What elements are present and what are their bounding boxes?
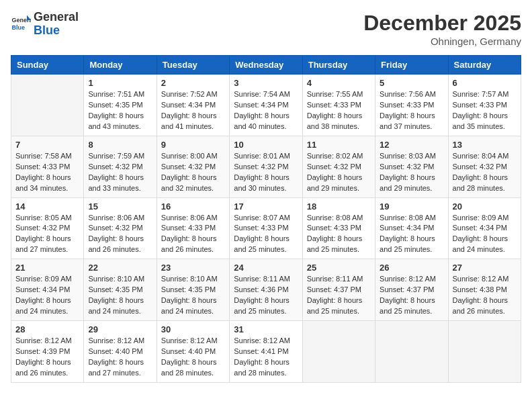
sunrise-label: Sunrise: 8:12 AM [88, 336, 144, 345]
calendar-header-wednesday: Wednesday [230, 56, 302, 75]
daylight-label: Daylight: 8 hours and 29 minutes. [307, 173, 363, 192]
sunset-label: Sunset: 4:36 PM [234, 285, 288, 293]
day-info: Sunrise: 8:08 AMSunset: 4:34 PMDaylight:… [380, 213, 443, 256]
daylight-label: Daylight: 8 hours and 29 minutes. [380, 173, 435, 192]
day-info: Sunrise: 8:12 AMSunset: 4:38 PMDaylight:… [453, 274, 517, 317]
calendar-header-friday: Friday [375, 56, 448, 75]
calendar-cell: 19Sunrise: 8:08 AMSunset: 4:34 PMDayligh… [375, 197, 448, 259]
sunset-label: Sunset: 4:33 PM [380, 101, 434, 109]
day-number: 12 [380, 140, 443, 150]
day-number: 29 [88, 324, 152, 334]
day-info: Sunrise: 8:11 AMSunset: 4:37 PMDaylight:… [307, 274, 371, 317]
day-number: 15 [88, 201, 152, 212]
day-info: Sunrise: 8:10 AMSunset: 4:35 PMDaylight:… [161, 274, 225, 317]
sunset-label: Sunset: 4:32 PM [453, 163, 507, 171]
sunrise-label: Sunrise: 8:12 AM [234, 336, 290, 345]
calendar-cell: 11Sunrise: 8:02 AMSunset: 4:32 PMDayligh… [302, 136, 375, 197]
sunset-label: Sunset: 4:34 PM [15, 285, 70, 293]
sunset-label: Sunset: 4:35 PM [88, 285, 142, 293]
daylight-label: Daylight: 8 hours and 27 minutes. [88, 358, 144, 377]
daylight-label: Daylight: 8 hours and 30 minutes. [234, 173, 290, 192]
calendar-header-thursday: Thursday [302, 56, 375, 75]
calendar-week-1: 1Sunrise: 7:51 AMSunset: 4:35 PMDaylight… [11, 75, 521, 136]
day-number: 14 [15, 201, 79, 212]
calendar-cell: 10Sunrise: 8:01 AMSunset: 4:32 PMDayligh… [230, 136, 302, 197]
sunrise-label: Sunrise: 8:00 AM [161, 152, 218, 160]
sunrise-label: Sunrise: 7:55 AM [307, 90, 363, 98]
calendar-cell: 25Sunrise: 8:11 AMSunset: 4:37 PMDayligh… [302, 259, 375, 321]
sunset-label: Sunset: 4:32 PM [380, 163, 434, 171]
sunrise-label: Sunrise: 7:51 AM [88, 90, 144, 98]
sunrise-label: Sunrise: 8:12 AM [15, 336, 72, 345]
sunrise-label: Sunrise: 7:56 AM [380, 90, 436, 98]
sunset-label: Sunset: 4:32 PM [234, 163, 288, 171]
day-number: 23 [161, 263, 225, 273]
calendar-week-2: 7Sunrise: 7:58 AMSunset: 4:33 PMDaylight… [11, 136, 521, 197]
calendar-cell [375, 321, 448, 383]
calendar-cell: 18Sunrise: 8:08 AMSunset: 4:33 PMDayligh… [302, 197, 375, 259]
daylight-label: Daylight: 8 hours and 28 minutes. [161, 358, 217, 377]
day-info: Sunrise: 8:09 AMSunset: 4:34 PMDaylight:… [15, 274, 79, 317]
day-info: Sunrise: 8:07 AMSunset: 4:33 PMDaylight:… [234, 213, 298, 256]
calendar-cell: 22Sunrise: 8:10 AMSunset: 4:35 PMDayligh… [84, 259, 157, 321]
calendar-cell: 13Sunrise: 8:04 AMSunset: 4:32 PMDayligh… [448, 136, 521, 197]
daylight-label: Daylight: 8 hours and 25 minutes. [234, 296, 290, 315]
day-number: 31 [234, 324, 298, 334]
daylight-label: Daylight: 8 hours and 25 minutes. [234, 234, 290, 253]
sunset-label: Sunset: 4:33 PM [15, 163, 70, 171]
daylight-label: Daylight: 8 hours and 32 minutes. [161, 173, 217, 192]
logo-general-text: General [34, 10, 79, 24]
day-info: Sunrise: 8:12 AMSunset: 4:37 PMDaylight:… [380, 274, 443, 317]
sunrise-label: Sunrise: 8:10 AM [88, 275, 144, 283]
title-block: December 2025 Ohningen, Germany [363, 11, 521, 47]
calendar-cell: 21Sunrise: 8:09 AMSunset: 4:34 PMDayligh… [11, 259, 84, 321]
day-number: 20 [453, 201, 517, 212]
calendar-table: SundayMondayTuesdayWednesdayThursdayFrid… [11, 55, 521, 383]
daylight-label: Daylight: 8 hours and 41 minutes. [161, 111, 217, 130]
sunset-label: Sunset: 4:32 PM [88, 224, 142, 232]
day-number: 1 [88, 78, 152, 88]
calendar-cell [448, 321, 521, 383]
day-info: Sunrise: 8:10 AMSunset: 4:35 PMDaylight:… [88, 274, 152, 317]
calendar-cell: 31Sunrise: 8:12 AMSunset: 4:41 PMDayligh… [230, 321, 302, 383]
daylight-label: Daylight: 8 hours and 33 minutes. [88, 173, 144, 192]
day-number: 28 [15, 324, 79, 334]
sunset-label: Sunset: 4:34 PM [453, 224, 507, 232]
day-number: 8 [88, 140, 152, 150]
day-info: Sunrise: 8:12 AMSunset: 4:41 PMDaylight:… [234, 336, 298, 379]
day-info: Sunrise: 8:12 AMSunset: 4:40 PMDaylight:… [161, 336, 225, 379]
sunset-label: Sunset: 4:32 PM [161, 163, 216, 171]
day-number: 30 [161, 324, 225, 334]
sunset-label: Sunset: 4:40 PM [161, 347, 216, 355]
calendar-cell: 29Sunrise: 8:12 AMSunset: 4:40 PMDayligh… [84, 321, 157, 383]
sunrise-label: Sunrise: 8:08 AM [307, 214, 363, 222]
day-info: Sunrise: 7:55 AMSunset: 4:33 PMDaylight:… [307, 89, 371, 132]
calendar-cell: 30Sunrise: 8:12 AMSunset: 4:40 PMDayligh… [157, 321, 229, 383]
calendar-cell: 3Sunrise: 7:54 AMSunset: 4:34 PMDaylight… [230, 75, 302, 136]
day-number: 7 [15, 140, 79, 150]
day-info: Sunrise: 7:52 AMSunset: 4:34 PMDaylight:… [161, 89, 225, 132]
day-number: 10 [234, 140, 298, 150]
day-number: 18 [307, 201, 371, 212]
daylight-label: Daylight: 8 hours and 26 minutes. [15, 358, 71, 377]
sunset-label: Sunset: 4:33 PM [161, 224, 216, 232]
calendar-cell: 27Sunrise: 8:12 AMSunset: 4:38 PMDayligh… [448, 259, 521, 321]
sunrise-label: Sunrise: 8:12 AM [161, 336, 218, 345]
day-info: Sunrise: 7:56 AMSunset: 4:33 PMDaylight:… [380, 89, 443, 132]
calendar-cell: 9Sunrise: 8:00 AMSunset: 4:32 PMDaylight… [157, 136, 229, 197]
sunset-label: Sunset: 4:35 PM [88, 101, 142, 109]
month-title: December 2025 [363, 11, 521, 36]
sunrise-label: Sunrise: 8:11 AM [307, 275, 363, 283]
calendar-cell: 17Sunrise: 8:07 AMSunset: 4:33 PMDayligh… [230, 197, 302, 259]
calendar-week-5: 28Sunrise: 8:12 AMSunset: 4:39 PMDayligh… [11, 321, 521, 383]
day-number: 27 [453, 263, 517, 273]
sunrise-label: Sunrise: 8:07 AM [234, 214, 290, 222]
sunrise-label: Sunrise: 8:02 AM [307, 152, 363, 160]
day-info: Sunrise: 8:06 AMSunset: 4:32 PMDaylight:… [88, 213, 152, 256]
daylight-label: Daylight: 8 hours and 37 minutes. [380, 111, 435, 130]
sunset-label: Sunset: 4:39 PM [15, 347, 70, 355]
svg-text:Blue: Blue [12, 24, 26, 30]
daylight-label: Daylight: 8 hours and 25 minutes. [380, 296, 435, 315]
sunrise-label: Sunrise: 8:08 AM [380, 214, 436, 222]
sunset-label: Sunset: 4:34 PM [161, 101, 216, 109]
